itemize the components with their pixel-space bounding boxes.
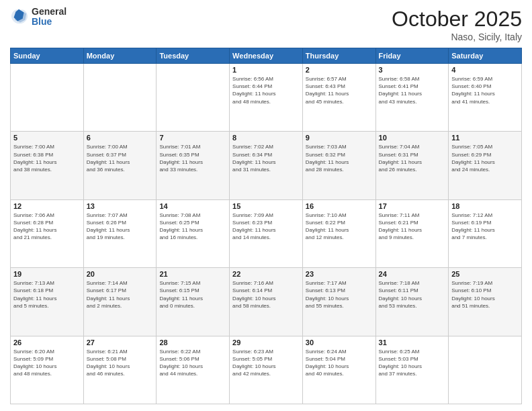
cell-w1-d4: 2Sunrise: 6:57 AM Sunset: 6:43 PM Daylig… (302, 64, 375, 132)
title-block: October 2025 Naso, Sicily, Italy (392, 7, 522, 42)
cell-w3-d5: 17Sunrise: 7:11 AM Sunset: 6:21 PM Dayli… (375, 199, 449, 267)
day-info: Sunrise: 6:57 AM Sunset: 6:43 PM Dayligh… (306, 75, 373, 105)
day-number: 20 (87, 270, 154, 278)
day-info: Sunrise: 7:10 AM Sunset: 6:22 PM Dayligh… (306, 212, 373, 242)
day-number: 9 (306, 134, 373, 142)
day-info: Sunrise: 6:21 AM Sunset: 5:08 PM Dayligh… (87, 348, 154, 378)
day-number: 8 (232, 134, 300, 142)
cell-w3-d4: 16Sunrise: 7:10 AM Sunset: 6:22 PM Dayli… (302, 199, 375, 267)
day-info: Sunrise: 6:20 AM Sunset: 5:09 PM Dayligh… (13, 348, 81, 378)
day-number: 2 (306, 66, 373, 74)
cell-w2-d6: 11Sunrise: 7:05 AM Sunset: 6:29 PM Dayli… (449, 132, 522, 199)
cell-w2-d4: 9Sunrise: 7:03 AM Sunset: 6:32 PM Daylig… (302, 132, 375, 199)
calendar-body: 1Sunrise: 6:56 AM Sunset: 6:44 PM Daylig… (11, 64, 522, 404)
col-thursday: Thursday (302, 48, 375, 64)
day-info: Sunrise: 6:23 AM Sunset: 5:05 PM Dayligh… (232, 348, 300, 378)
cell-w5-d0: 26Sunrise: 6:20 AM Sunset: 5:09 PM Dayli… (11, 336, 84, 404)
day-number: 4 (451, 66, 519, 74)
cell-w3-d1: 13Sunrise: 7:07 AM Sunset: 6:26 PM Dayli… (83, 199, 157, 267)
day-info: Sunrise: 7:01 AM Sunset: 6:35 PM Dayligh… (159, 143, 226, 173)
day-number: 31 (379, 338, 446, 347)
cell-w1-d3: 1Sunrise: 6:56 AM Sunset: 6:44 PM Daylig… (230, 64, 303, 132)
day-number: 30 (306, 338, 373, 347)
cell-w4-d4: 23Sunrise: 7:17 AM Sunset: 6:13 PM Dayli… (302, 268, 375, 336)
day-info: Sunrise: 6:56 AM Sunset: 6:44 PM Dayligh… (232, 75, 300, 105)
cell-w4-d3: 22Sunrise: 7:16 AM Sunset: 6:14 PM Dayli… (230, 268, 303, 336)
cell-w4-d0: 19Sunrise: 7:13 AM Sunset: 6:18 PM Dayli… (11, 268, 84, 336)
day-info: Sunrise: 7:03 AM Sunset: 6:32 PM Dayligh… (306, 143, 373, 173)
day-info: Sunrise: 6:25 AM Sunset: 5:03 PM Dayligh… (379, 348, 446, 378)
week-row-1: 1Sunrise: 6:56 AM Sunset: 6:44 PM Daylig… (11, 64, 522, 132)
day-info: Sunrise: 7:00 AM Sunset: 6:38 PM Dayligh… (13, 143, 81, 173)
cell-w1-d6: 4Sunrise: 6:59 AM Sunset: 6:40 PM Daylig… (449, 64, 522, 132)
cell-w5-d5: 31Sunrise: 6:25 AM Sunset: 5:03 PM Dayli… (375, 336, 449, 404)
day-info: Sunrise: 7:12 AM Sunset: 6:19 PM Dayligh… (451, 212, 519, 242)
cell-w2-d1: 6Sunrise: 7:00 AM Sunset: 6:37 PM Daylig… (83, 132, 157, 199)
cell-w5-d4: 30Sunrise: 6:24 AM Sunset: 5:04 PM Dayli… (302, 336, 375, 404)
cell-w5-d1: 27Sunrise: 6:21 AM Sunset: 5:08 PM Dayli… (83, 336, 157, 404)
day-number: 1 (232, 66, 300, 74)
day-info: Sunrise: 7:07 AM Sunset: 6:26 PM Dayligh… (87, 212, 154, 242)
day-number: 14 (159, 202, 226, 210)
day-info: Sunrise: 7:13 AM Sunset: 6:18 PM Dayligh… (13, 279, 81, 310)
day-info: Sunrise: 6:58 AM Sunset: 6:41 PM Dayligh… (379, 75, 446, 105)
location: Naso, Sicily, Italy (392, 32, 522, 42)
day-info: Sunrise: 7:02 AM Sunset: 6:34 PM Dayligh… (232, 143, 300, 173)
cell-w3-d3: 15Sunrise: 7:09 AM Sunset: 6:23 PM Dayli… (230, 199, 303, 267)
cell-w5-d3: 29Sunrise: 6:23 AM Sunset: 5:05 PM Dayli… (230, 336, 303, 404)
day-info: Sunrise: 6:24 AM Sunset: 5:04 PM Dayligh… (306, 348, 373, 378)
cell-w5-d6 (449, 336, 522, 404)
day-number: 27 (87, 338, 154, 347)
cell-w1-d2 (157, 64, 230, 132)
day-info: Sunrise: 6:22 AM Sunset: 5:06 PM Dayligh… (159, 348, 226, 378)
day-number: 17 (379, 202, 446, 210)
day-number: 12 (13, 202, 81, 210)
day-number: 3 (379, 66, 446, 74)
cell-w3-d2: 14Sunrise: 7:08 AM Sunset: 6:25 PM Dayli… (157, 199, 230, 267)
col-saturday: Saturday (449, 48, 522, 64)
cell-w2-d2: 7Sunrise: 7:01 AM Sunset: 6:35 PM Daylig… (157, 132, 230, 199)
day-number: 13 (87, 202, 154, 210)
day-info: Sunrise: 7:00 AM Sunset: 6:37 PM Dayligh… (87, 143, 154, 173)
weekday-row: Sunday Monday Tuesday Wednesday Thursday… (11, 48, 522, 64)
cell-w1-d1 (83, 64, 157, 132)
day-info: Sunrise: 7:11 AM Sunset: 6:21 PM Dayligh… (379, 212, 446, 242)
day-info: Sunrise: 7:14 AM Sunset: 6:17 PM Dayligh… (87, 279, 154, 310)
day-number: 24 (379, 270, 446, 278)
cell-w4-d6: 25Sunrise: 7:19 AM Sunset: 6:10 PM Dayli… (449, 268, 522, 336)
day-number: 29 (232, 338, 300, 347)
day-info: Sunrise: 6:59 AM Sunset: 6:40 PM Dayligh… (451, 75, 519, 105)
header: General Blue October 2025 Naso, Sicily, … (10, 7, 522, 42)
week-row-3: 12Sunrise: 7:06 AM Sunset: 6:28 PM Dayli… (11, 199, 522, 267)
cell-w4-d1: 20Sunrise: 7:14 AM Sunset: 6:17 PM Dayli… (83, 268, 157, 336)
col-sunday: Sunday (11, 48, 84, 64)
cell-w2-d5: 10Sunrise: 7:04 AM Sunset: 6:31 PM Dayli… (375, 132, 449, 199)
cell-w4-d5: 24Sunrise: 7:18 AM Sunset: 6:11 PM Dayli… (375, 268, 449, 336)
day-number: 11 (451, 134, 519, 142)
week-row-5: 26Sunrise: 6:20 AM Sunset: 5:09 PM Dayli… (11, 336, 522, 404)
month-title: October 2025 (392, 7, 522, 32)
day-number: 22 (232, 270, 300, 278)
col-tuesday: Tuesday (157, 48, 230, 64)
cell-w3-d0: 12Sunrise: 7:06 AM Sunset: 6:28 PM Dayli… (11, 199, 84, 267)
day-number: 25 (451, 270, 519, 278)
col-monday: Monday (83, 48, 157, 64)
day-number: 26 (13, 338, 81, 347)
day-number: 23 (306, 270, 373, 278)
day-number: 6 (87, 134, 154, 142)
day-info: Sunrise: 7:08 AM Sunset: 6:25 PM Dayligh… (159, 212, 226, 242)
day-info: Sunrise: 7:18 AM Sunset: 6:11 PM Dayligh… (379, 279, 446, 310)
day-number: 7 (159, 134, 226, 142)
day-info: Sunrise: 7:19 AM Sunset: 6:10 PM Dayligh… (451, 279, 519, 310)
day-number: 10 (379, 134, 446, 142)
cell-w1-d5: 3Sunrise: 6:58 AM Sunset: 6:41 PM Daylig… (375, 64, 449, 132)
day-number: 5 (13, 134, 81, 142)
day-info: Sunrise: 7:09 AM Sunset: 6:23 PM Dayligh… (232, 212, 300, 242)
day-number: 15 (232, 202, 300, 210)
day-info: Sunrise: 7:05 AM Sunset: 6:29 PM Dayligh… (451, 143, 519, 173)
page: General Blue October 2025 Naso, Sicily, … (0, 0, 532, 411)
day-info: Sunrise: 7:15 AM Sunset: 6:15 PM Dayligh… (159, 279, 226, 310)
day-number: 18 (451, 202, 519, 210)
logo-text: General Blue (32, 7, 66, 28)
cell-w2-d3: 8Sunrise: 7:02 AM Sunset: 6:34 PM Daylig… (230, 132, 303, 199)
